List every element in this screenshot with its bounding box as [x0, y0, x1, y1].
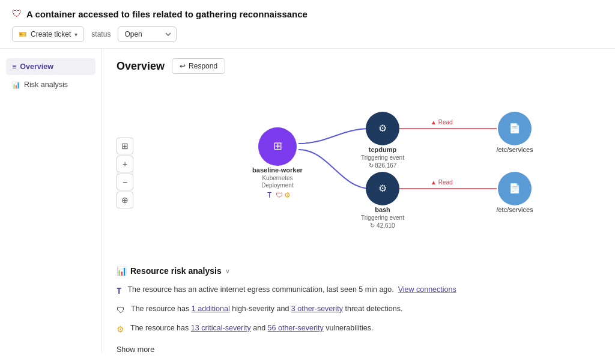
svg-text:⚙: ⚙	[378, 183, 387, 193]
bash-label: bash	[375, 206, 390, 213]
vuln-icon: ⚙	[117, 323, 124, 336]
title-row: 🛡 A container accessed to files related …	[12, 8, 603, 19]
tcpdump-sublabel: Triggering event	[361, 154, 404, 161]
sidebar-item-overview[interactable]: ≡ Overview	[6, 58, 95, 75]
content-title: Overview	[117, 60, 165, 73]
view-connections-link[interactable]: View connections	[398, 285, 456, 294]
ticket-icon: 🎫	[19, 31, 27, 38]
risk-item-threat: 🛡 The resource has 1 additional high-sev…	[117, 303, 601, 317]
top-header: 🛡 A container accessed to files related …	[0, 0, 615, 49]
other-vuln-link[interactable]: 56 other-severity	[268, 324, 324, 332]
read-label-bottom: ▲ Read	[431, 179, 453, 186]
baseline-worker-sub1: Kubernetes	[262, 175, 292, 181]
svg-text:📄: 📄	[509, 183, 521, 194]
status-label: status	[91, 30, 111, 38]
chevron-down-icon: ▾	[74, 31, 77, 38]
svg-text:⊞: ⊞	[273, 140, 282, 152]
bash-count: ↻ 42,610	[370, 222, 395, 229]
baseline-worker-icon-shield: 🛡	[276, 191, 283, 199]
create-ticket-button[interactable]: 🎫 Create ticket ▾	[12, 26, 84, 42]
respond-icon: ↩	[180, 62, 186, 70]
shield-icon: 🛡	[12, 8, 22, 19]
status-select[interactable]: Open In Progress Closed	[118, 26, 177, 42]
baseline-worker-icon-gear: ⚙	[284, 191, 291, 199]
additional-threat-link[interactable]: 1 additional	[192, 305, 230, 313]
risk-items: T The resource has an active internet eg…	[117, 284, 601, 336]
sidebar: ≡ Overview 📊 Risk analysis	[0, 49, 102, 353]
egress-icon: T	[117, 285, 121, 297]
sidebar-item-risk-label: Risk analysis	[24, 80, 68, 89]
tcpdump-count: ↻ 826,167	[369, 162, 397, 169]
risk-chevron-icon[interactable]: ∨	[225, 267, 230, 275]
risk-item-vuln: ⚙ The resource has 13 critical-severity …	[117, 323, 601, 336]
overview-icon: ≡	[12, 62, 16, 71]
svg-text:⚙: ⚙	[378, 123, 387, 133]
toolbar-row: 🎫 Create ticket ▾ status Open In Progres…	[12, 26, 603, 42]
critical-vuln-link[interactable]: 13 critical-severity	[191, 324, 251, 332]
risk-analysis-icon: 📊	[12, 81, 20, 89]
bash-sublabel: Triggering event	[361, 214, 404, 221]
main-layout: ≡ Overview 📊 Risk analysis Overview ↩ Re…	[0, 49, 615, 353]
risk-section: 📊 Resource risk analysis ∨ T The resourc…	[117, 266, 601, 353]
sidebar-item-overview-label: Overview	[20, 62, 53, 71]
other-severity-link[interactable]: 3 other-severity	[291, 305, 343, 313]
respond-label: Respond	[189, 62, 217, 70]
graph-svg: ▲ Read ▲ Read ⊞ baseline-worker Kubernet…	[117, 83, 601, 252]
read-label-top: ▲ Read	[431, 119, 453, 126]
content-area: Overview ↩ Respond ⊞ + − ⊕	[102, 49, 615, 353]
create-ticket-label: Create ticket	[31, 30, 71, 38]
risk-icon: 📊	[117, 266, 127, 276]
services-bottom-label: /etc/services	[496, 206, 533, 213]
baseline-worker-icon-t: T	[267, 191, 272, 199]
vuln-text: The resource has 13 critical-severity an…	[130, 323, 373, 334]
risk-title: Resource risk analysis	[130, 266, 222, 276]
svg-text:📄: 📄	[509, 123, 521, 134]
risk-item-egress: T The resource has an active internet eg…	[117, 284, 601, 297]
content-header: Overview ↩ Respond	[117, 58, 601, 74]
show-more-button[interactable]: Show more	[117, 345, 601, 353]
graph-container: ⊞ + − ⊕ ▲ Read ▲ Read ⊞	[117, 83, 601, 252]
baseline-worker-label: baseline-worker	[252, 166, 303, 174]
tcpdump-label: tcpdump	[369, 146, 397, 153]
egress-text: The resource has an active internet egre…	[127, 284, 456, 296]
sidebar-item-risk-analysis[interactable]: 📊 Risk analysis	[6, 76, 95, 93]
respond-button[interactable]: ↩ Respond	[172, 58, 225, 74]
services-top-label: /etc/services	[496, 146, 533, 153]
threat-text: The resource has 1 additional high-sever…	[131, 303, 402, 315]
baseline-worker-sub2: Deployment	[261, 182, 294, 189]
risk-header: 📊 Resource risk analysis ∨	[117, 266, 601, 276]
page-title: A container accessed to files related to…	[26, 9, 308, 19]
threat-icon: 🛡	[117, 304, 125, 317]
